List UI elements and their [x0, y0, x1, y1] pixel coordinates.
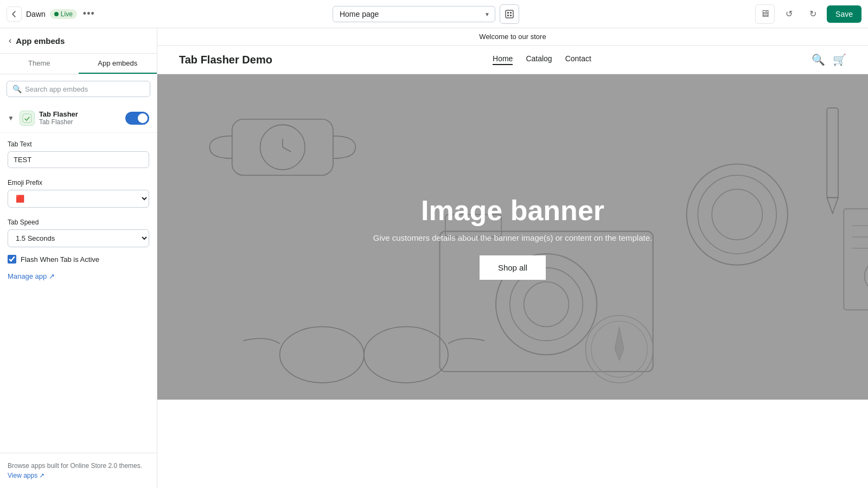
svg-rect-1	[507, 12, 509, 14]
cart-nav-icon[interactable]: 🛒	[833, 53, 846, 66]
svg-rect-3	[507, 15, 509, 16]
svg-point-30	[865, 260, 868, 292]
device-button[interactable]: 🖥	[755, 4, 775, 24]
store-menu: Home Catalog Contact	[493, 54, 591, 65]
topbar-right: 🖥 ↺ ↻ Save	[755, 4, 861, 24]
svg-marker-19	[827, 198, 838, 214]
page-select[interactable]: Home page Catalog Contact	[333, 6, 495, 22]
embed-item-header: ▼ Tab Flasher Tab Flasher	[8, 110, 149, 126]
banner-content: Image banner Give customers details abou…	[373, 194, 652, 280]
live-badge: Live	[50, 9, 77, 19]
tab-text-field: Tab Text	[0, 133, 157, 171]
svg-marker-25	[615, 327, 624, 361]
svg-point-15	[687, 164, 788, 265]
svg-rect-18	[827, 108, 838, 198]
svg-rect-26	[844, 209, 868, 310]
tab-theme[interactable]: Theme	[0, 54, 79, 74]
main-content: ‹ App embeds Theme App embeds 🔍 ▼	[0, 28, 868, 488]
sidebar-header: ‹ App embeds	[0, 28, 157, 54]
store-name: Dawn	[26, 10, 46, 18]
redo-button[interactable]: ↻	[803, 4, 822, 24]
menu-item-contact[interactable]: Contact	[565, 54, 591, 65]
svg-rect-5	[23, 114, 31, 123]
page-select-wrapper: Home page Catalog Contact	[333, 6, 495, 22]
banner-title: Image banner	[373, 194, 652, 227]
svg-point-21	[364, 327, 448, 383]
preview-area: Welcome to our store Tab Flasher Demo Ho…	[157, 28, 868, 488]
emoji-prefix-select[interactable]: 🟥 🟦 🟨 🟩	[8, 190, 149, 208]
app-name-wrap: Tab Flasher Tab Flasher	[39, 110, 78, 126]
store-logo: Tab Flasher Demo	[179, 54, 272, 66]
svg-line-9	[283, 147, 291, 151]
tab-text-input[interactable]	[8, 151, 149, 168]
search-icon: 🔍	[12, 85, 22, 93]
flash-checkbox-label: Flash When Tab is Active	[21, 255, 99, 264]
cursor-button[interactable]	[500, 4, 519, 24]
svg-rect-2	[510, 12, 512, 14]
svg-rect-4	[510, 15, 512, 16]
expand-arrow-icon[interactable]: ▼	[8, 114, 14, 122]
sidebar-back-button[interactable]: ‹	[9, 36, 11, 46]
more-button[interactable]: •••	[81, 7, 97, 22]
undo-button[interactable]: ↺	[779, 4, 799, 24]
store-announcement: Welcome to our store	[157, 28, 868, 46]
sidebar-tabs: Theme App embeds	[0, 54, 157, 74]
search-box: 🔍	[7, 81, 150, 97]
tab-speed-label: Tab Speed	[8, 219, 149, 226]
banner-description: Give customers details about the banner …	[373, 233, 652, 242]
svg-point-20	[280, 327, 364, 383]
flash-checkbox[interactable]	[8, 255, 16, 264]
search-nav-icon[interactable]: 🔍	[812, 53, 825, 66]
embed-item-left: ▼ Tab Flasher Tab Flasher	[8, 110, 78, 126]
svg-point-16	[698, 175, 776, 254]
store-preview: Welcome to our store Tab Flasher Demo Ho…	[157, 28, 868, 488]
tab-app-embeds[interactable]: App embeds	[79, 54, 157, 74]
banner-area: Image banner Give customers details abou…	[157, 74, 868, 400]
shop-all-button[interactable]: Shop all	[480, 255, 546, 280]
manage-app-link[interactable]: Manage app ↗	[8, 272, 55, 280]
app-sub: Tab Flasher	[39, 118, 78, 126]
store-nav: Tab Flasher Demo Home Catalog Contact 🔍 …	[157, 46, 868, 74]
topbar: Dawn Live ••• Home page Catalog Contact …	[0, 0, 868, 28]
store-nav-icons: 🔍 🛒	[812, 53, 846, 66]
toggle-switch[interactable]	[125, 112, 149, 125]
sidebar-title: App embeds	[16, 36, 65, 46]
tab-text-label: Tab Text	[8, 140, 149, 148]
back-button[interactable]	[7, 7, 22, 22]
flash-checkbox-wrap: Flash When Tab is Active	[0, 251, 157, 271]
save-button[interactable]: Save	[827, 5, 861, 23]
tab-speed-field: Tab Speed 0.5 Seconds 1 Second 1.5 Secon…	[0, 211, 157, 251]
menu-item-catalog[interactable]: Catalog	[526, 54, 552, 65]
view-apps-link[interactable]: View apps ↗	[8, 472, 45, 479]
topbar-left: Dawn Live •••	[7, 7, 97, 22]
svg-rect-0	[506, 10, 513, 18]
browse-section: Browse apps built for Online Store 2.0 t…	[0, 453, 157, 488]
topbar-center: Home page Catalog Contact	[101, 4, 751, 24]
app-name: Tab Flasher	[39, 110, 78, 118]
svg-point-17	[712, 189, 762, 240]
sidebar: ‹ App embeds Theme App embeds 🔍 ▼	[0, 28, 157, 488]
live-label: Live	[61, 10, 73, 18]
live-dot	[54, 12, 59, 16]
manage-link-wrap: Manage app ↗	[0, 271, 157, 288]
search-input[interactable]	[25, 85, 144, 93]
emoji-prefix-field: Emoji Prefix 🟥 🟦 🟨 🟩	[0, 171, 157, 211]
search-wrap: 🔍	[0, 74, 157, 104]
emoji-prefix-label: Emoji Prefix	[8, 179, 149, 187]
app-icon	[20, 111, 35, 126]
menu-item-home[interactable]: Home	[493, 54, 513, 65]
browse-text: Browse apps built for Online Store 2.0 t…	[8, 461, 149, 480]
embed-item-tab-flasher: ▼ Tab Flasher Tab Flasher	[0, 104, 157, 133]
tab-speed-select[interactable]: 0.5 Seconds 1 Second 1.5 Seconds 2 Secon…	[8, 229, 149, 247]
svg-point-13	[524, 282, 569, 327]
